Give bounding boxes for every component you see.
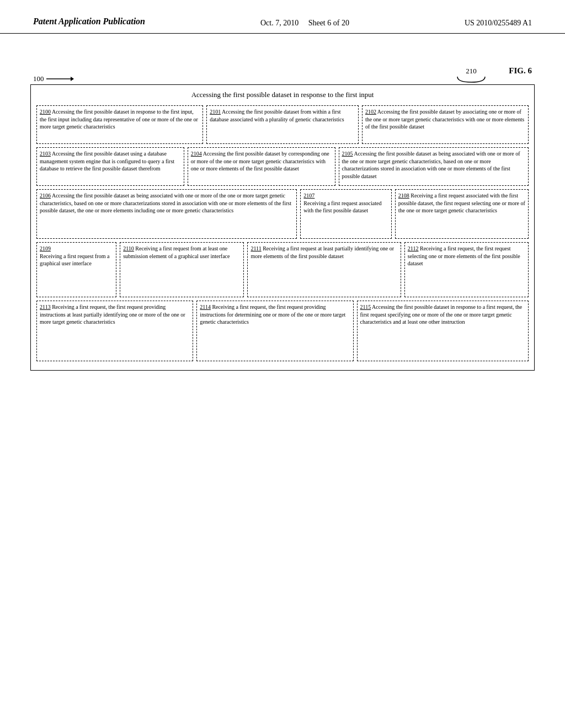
box-2113: 2113 Receiving a first request, the firs… [36, 301, 193, 361]
box-2104: 2104 Accessing the first possible datase… [188, 147, 335, 186]
box-2110: 2110 Receiving a first request from at l… [120, 242, 244, 297]
box-2112: 2112 Receiving a first request, the firs… [404, 242, 529, 297]
box-2101: 2101 Accessing the first possible datase… [206, 105, 359, 144]
box-2114: 2114 Receiving a first request, the firs… [196, 301, 353, 361]
publication-title: Patent Application Publication [33, 17, 145, 26]
diagram-area: 100 210 Accessing the first possible dat… [0, 67, 565, 371]
header-date-sheet: Oct. 7, 2010 Sheet 6 of 20 [260, 17, 349, 28]
sheet-info: Sheet 6 of 20 [308, 19, 349, 27]
label-100-group: 100 [33, 74, 74, 83]
box-2109: 2109Receiving a first request from a gra… [36, 242, 116, 297]
patent-number: US 2010/0255489 A1 [465, 17, 532, 28]
label-210: 210 [466, 67, 477, 76]
box-2107: 2107Receiving a first request associated… [300, 189, 391, 239]
box-2108: 2108 Receiving a first request associate… [395, 189, 529, 239]
pub-date: Oct. 7, 2010 [260, 19, 299, 27]
row-5: 2113 Receiving a first request, the firs… [36, 301, 529, 361]
box-2106: 2106 Accessing the first possible datase… [36, 189, 297, 239]
figure-label: FIG. 6 [509, 66, 532, 76]
row-1: 2100 Accessing the first possible datase… [36, 105, 529, 144]
row-3: 2106 Accessing the first possible datase… [36, 189, 529, 239]
label-100: 100 [33, 74, 44, 83]
box-2105: 2105 Accessing the first possible datase… [339, 147, 529, 186]
arrow-100-icon [46, 74, 74, 83]
box-2100: 2100 Accessing the first possible datase… [36, 105, 203, 144]
box-2115: 2115 Accessing the first possible datase… [357, 301, 529, 361]
box-2111: 2111 Receiving a first request at least … [247, 242, 401, 297]
row-2: 2103 Accessing the first possible datase… [36, 147, 529, 186]
bracket-210-icon [455, 76, 488, 83]
svg-marker-1 [71, 77, 74, 81]
label-210-group: 210 [455, 67, 488, 83]
outer-diagram-box: Accessing the first possible dataset in … [30, 84, 535, 371]
box-2103: 2103 Accessing the first possible datase… [36, 147, 184, 186]
box-2102: 2102 Accessing the first possible datase… [362, 105, 529, 144]
diagram-title: Accessing the first possible dataset in … [36, 90, 529, 100]
page-header: Patent Application Publication Oct. 7, 2… [0, 0, 565, 34]
row-4: 2109Receiving a first request from a gra… [36, 242, 529, 297]
